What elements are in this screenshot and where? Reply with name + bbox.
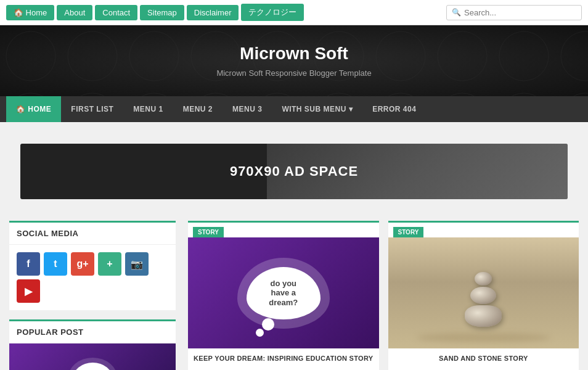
search-input[interactable] [464, 8, 576, 17]
search-wrapper: 🔍 [446, 5, 582, 20]
top-bar: 🏠 Home About Contact Sitemap Disclaimer … [0, 0, 588, 25]
social-icon-twitter[interactable]: t [44, 252, 67, 276]
site-title: Micrown Soft [12, 44, 576, 64]
post-title-stone[interactable]: SAND AND STONE STORY [388, 348, 579, 365]
posts-grid: STORY do youhave adream? KEEP YOUR DREAM… [188, 221, 579, 370]
sidebar-popular-title: POPULAR POST [9, 321, 176, 343]
dream-cloud: do youhave adream? [247, 267, 321, 319]
mainnav-menu2[interactable]: MENU 2 [173, 96, 223, 122]
site-header: Micrown Soft Micrown Soft Responsive Blo… [0, 25, 588, 96]
site-subtitle: Micrown Soft Responsive Blogger Template [12, 68, 576, 78]
post-tag-stone: STORY [393, 227, 424, 237]
post-card-dream: STORY do youhave adream? KEEP YOUR DREAM… [188, 221, 379, 370]
stone-base [465, 305, 502, 327]
sidebar: SOCIAL MEDIA f t g+ + 📷 ▶ POPULAR POST d… [9, 221, 176, 370]
topnav-contact[interactable]: Contact [95, 5, 137, 20]
ad-banner: 970X90 AD SPACE [20, 144, 567, 199]
stone-mid [470, 287, 496, 304]
social-icon-plus[interactable]: + [98, 252, 121, 276]
mainnav-home[interactable]: 🏠 HOME [6, 96, 61, 122]
social-icons-container: f t g+ + 📷 ▶ [9, 245, 176, 310]
post-title-dream[interactable]: KEEP YOUR DREAM: INSPIRING EDUCATION STO… [188, 348, 379, 365]
sidebar-popular-section: POPULAR POST do youdream? Keep Your Drea… [9, 319, 176, 370]
social-icon-youtube[interactable]: ▶ [17, 279, 40, 303]
post-tag-wrap-dream: STORY [188, 223, 379, 237]
mainnav-error404[interactable]: ERROR 404 [362, 96, 426, 122]
topnav-home[interactable]: 🏠 Home [6, 5, 54, 20]
sidebar-social-section: SOCIAL MEDIA f t g+ + 📷 ▶ [9, 221, 176, 310]
social-icon-facebook[interactable]: f [17, 252, 40, 276]
post-tag-wrap-stone: STORY [388, 223, 579, 237]
social-icon-instagram[interactable]: 📷 [125, 252, 149, 276]
topnav-about[interactable]: About [57, 5, 92, 20]
ad-banner-text: 970X90 AD SPACE [230, 163, 358, 179]
content-area: SOCIAL MEDIA f t g+ + 📷 ▶ POPULAR POST d… [0, 215, 588, 370]
mainnav-menu1[interactable]: MENU 1 [123, 96, 173, 122]
mainnav-submenu[interactable]: WITH SUB MENU ▾ [272, 96, 362, 122]
post-card-stone: STORY SAND AND STONE STORY [388, 221, 579, 370]
mainnav-firstlist[interactable]: FIRST LIST [61, 96, 123, 122]
main-nav: 🏠 HOME FIRST LIST MENU 1 MENU 2 MENU 3 W… [0, 96, 588, 122]
topnav-sitemap[interactable]: Sitemap [140, 5, 184, 20]
popular-post-image: do youdream? Keep Your Dream: Inspiring … [9, 343, 176, 370]
post-tag-dream: STORY [193, 227, 224, 237]
search-icon: 🔍 [452, 8, 461, 17]
dream-text: do youhave adream? [266, 276, 301, 311]
stone-stack [465, 272, 502, 327]
social-icon-google[interactable]: g+ [71, 252, 94, 276]
sidebar-social-title: SOCIAL MEDIA [9, 223, 176, 245]
stone-top [475, 272, 492, 286]
post-dream-image[interactable]: do youhave adream? [188, 237, 379, 348]
popular-post-item[interactable]: do youdream? Keep Your Dream: Inspiring … [9, 343, 176, 370]
topnav-disclaimer[interactable]: Disclaimer [187, 5, 239, 20]
mainnav-menu3[interactable]: MENU 3 [223, 96, 272, 122]
post-stone-image[interactable] [388, 237, 579, 348]
topnav-tech[interactable]: テクノロジー [241, 4, 304, 21]
